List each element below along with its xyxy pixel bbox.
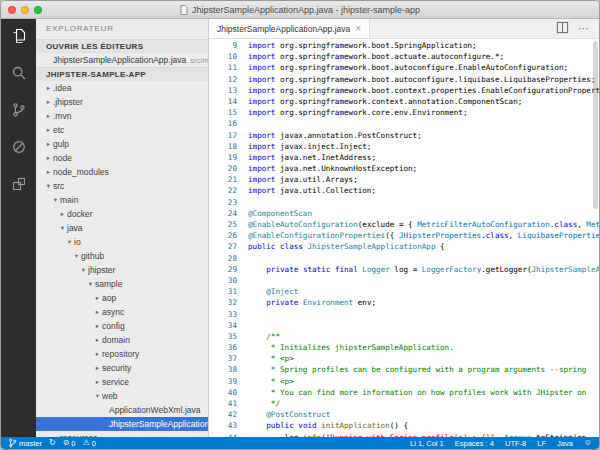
code-content[interactable]: import org.springframework.boot.SpringAp… — [246, 39, 599, 437]
code-token: MetricFilterAutoConfiguration — [417, 220, 550, 229]
code-line-10[interactable]: import org.springframework.boot.actuate.… — [248, 51, 599, 62]
project-section-header[interactable]: JHIPSTER-SAMPLE-APP — [36, 67, 208, 81]
code-line-18[interactable]: import javax.inject.Inject; — [248, 141, 599, 152]
tree-item-label: ApplicationWebXml.java — [109, 403, 201, 417]
code-line-13[interactable]: import org.springframework.boot.context.… — [248, 85, 599, 96]
tree-folder-.mvn[interactable]: ▸.mvn — [36, 109, 208, 123]
tree-folder-github[interactable]: ▾github — [36, 249, 208, 263]
code-line-44[interactable]: log.info("Running with Spring profile(s)… — [248, 432, 599, 437]
code-line-31[interactable]: @Inject — [248, 286, 599, 297]
tree-folder-io[interactable]: ▾io — [36, 235, 208, 249]
code-line-26[interactable]: @EnableConfigurationProperties({ JHipste… — [248, 230, 599, 241]
feedback-smiley-icon[interactable]: ☺ — [584, 439, 592, 447]
tree-folder-domain[interactable]: ▸domain — [36, 333, 208, 347]
search-icon[interactable] — [10, 64, 28, 82]
code-line-22[interactable]: import java.util.Collection; — [248, 185, 599, 196]
code-line-42[interactable]: @PostConstruct — [248, 409, 599, 420]
extensions-icon[interactable] — [10, 175, 28, 193]
tree-folder-gulp[interactable]: ▸gulp — [36, 137, 208, 151]
code-line-43[interactable]: public void initApplication() { — [248, 420, 599, 431]
tree-folder-node_modules[interactable]: ▸node_modules — [36, 165, 208, 179]
code-line-25[interactable]: @EnableAutoConfiguration(exclude = { Met… — [248, 219, 599, 230]
code-token: import — [248, 52, 275, 61]
code-line-20[interactable]: import java.net.UnknownHostException; — [248, 163, 599, 174]
code-line-28[interactable] — [248, 253, 599, 264]
warning-indicator[interactable]: ⚠ 0 — [83, 439, 96, 448]
chevron-right-icon: ▸ — [44, 109, 53, 123]
code-line-21[interactable]: import java.util.Arrays; — [248, 174, 599, 185]
tree-folder-src[interactable]: ▾src — [36, 179, 208, 193]
more-actions-icon[interactable]: ⋯ — [578, 22, 590, 35]
tree-folder-service[interactable]: ▸service — [36, 375, 208, 389]
code-line-40[interactable]: * You can find more information on how p… — [248, 387, 599, 398]
code-line-38[interactable]: * Spring profiles can be configured with… — [248, 364, 599, 375]
debug-icon[interactable] — [10, 138, 28, 156]
tree-folder-etc[interactable]: ▸etc — [36, 123, 208, 137]
status-item[interactable]: LF — [537, 439, 546, 448]
code-line-15[interactable]: import org.springframework.core.env.Envi… — [248, 107, 599, 118]
code-token: * <p> — [248, 354, 294, 363]
tree-folder-async[interactable]: ▸async — [36, 305, 208, 319]
code-line-36[interactable]: * Initializes jhipsterSampleApplication. — [248, 342, 599, 353]
tree-folder-aop[interactable]: ▸aop — [36, 291, 208, 305]
tree-item-label: java — [67, 221, 83, 235]
code-editor[interactable]: 9101112131415161718192021222324252627282… — [209, 39, 599, 437]
tree-folder-docker[interactable]: ▸docker — [36, 207, 208, 221]
code-line-30[interactable] — [248, 275, 599, 286]
open-editors-header[interactable]: OUVRIR LES ÉDITEURS — [36, 39, 208, 53]
open-editor-item[interactable]: JhipsterSampleApplicationApp.javasrc/m..… — [36, 53, 208, 67]
line-number-gutter: 9101112131415161718192021222324252627282… — [209, 39, 246, 437]
tree-folder-security[interactable]: ▸security — [36, 361, 208, 375]
tree-folder-sample[interactable]: ▾sample — [36, 277, 208, 291]
status-item[interactable]: Espaces : 4 — [455, 439, 494, 448]
status-item[interactable]: UTF-8 — [505, 439, 526, 448]
tree-folder-java[interactable]: ▾java — [36, 221, 208, 235]
code-line-17[interactable]: import javax.annotation.PostConstruct; — [248, 130, 599, 141]
code-line-41[interactable]: */ — [248, 398, 599, 409]
close-window-button[interactable] — [8, 6, 16, 14]
line-number: 36 — [209, 342, 237, 353]
tree-file-ApplicationWebXml.java[interactable]: ApplicationWebXml.java — [36, 403, 208, 417]
tree-folder-node[interactable]: ▸node — [36, 151, 208, 165]
tree-folder-.idea[interactable]: ▸.idea — [36, 81, 208, 95]
code-line-37[interactable]: * <p> — [248, 353, 599, 364]
code-line-24[interactable]: @ComponentScan — [248, 208, 599, 219]
sync-icon[interactable]: ↻ — [49, 439, 56, 447]
code-line-19[interactable]: import java.net.InetAddress; — [248, 152, 599, 163]
tree-folder-web[interactable]: ▾web — [36, 389, 208, 403]
zoom-window-button[interactable] — [34, 6, 42, 14]
editor-scrollbar[interactable] — [592, 39, 599, 437]
tab-close-icon[interactable]: × — [355, 24, 361, 34]
code-line-32[interactable]: private Environment env; — [248, 297, 599, 308]
code-line-9[interactable]: import org.springframework.boot.SpringAp… — [248, 40, 599, 51]
explorer-icon[interactable] — [10, 27, 28, 45]
code-line-23[interactable] — [248, 197, 599, 208]
tree-file-JhipsterSampleApplicationApp.java[interactable]: JhipsterSampleApplicationApp.java — [36, 417, 208, 431]
line-number: 9 — [209, 40, 237, 51]
split-editor-icon[interactable] — [556, 20, 569, 38]
tree-folder-.jhipster[interactable]: ▸.jhipster — [36, 95, 208, 109]
code-line-35[interactable]: /** — [248, 331, 599, 342]
code-line-29[interactable]: private static final Logger log = Logger… — [248, 264, 599, 275]
minimize-window-button[interactable] — [21, 6, 29, 14]
tree-folder-jhipster[interactable]: ▾jhipster — [36, 263, 208, 277]
tree-folder-repository[interactable]: ▸repository — [36, 347, 208, 361]
code-line-11[interactable]: import org.springframework.boot.autoconf… — [248, 62, 599, 73]
scrollbar-thumb[interactable] — [593, 41, 598, 209]
status-item[interactable]: Java — [557, 439, 573, 448]
line-number: 37 — [209, 353, 237, 364]
error-indicator[interactable]: ⊘ 0 — [63, 439, 76, 448]
code-line-14[interactable]: import org.springframework.context.annot… — [248, 96, 599, 107]
code-line-12[interactable]: import org.springframework.boot.autoconf… — [248, 74, 599, 85]
tree-folder-main[interactable]: ▾main — [36, 193, 208, 207]
code-line-33[interactable] — [248, 309, 599, 320]
code-line-39[interactable]: * <p> — [248, 376, 599, 387]
git-branch-indicator[interactable]: master — [8, 438, 42, 448]
status-item[interactable]: Li 1, Col 1 — [410, 439, 444, 448]
tab-jhipstersampleapplicationapp[interactable]: JhipsterSampleApplicationApp.java × — [209, 19, 370, 38]
code-line-16[interactable] — [248, 118, 599, 129]
tree-folder-config[interactable]: ▸config — [36, 319, 208, 333]
code-line-27[interactable]: public class JhipsterSampleApplicationAp… — [248, 241, 599, 252]
source-control-icon[interactable] — [10, 101, 28, 119]
code-line-34[interactable] — [248, 320, 599, 331]
